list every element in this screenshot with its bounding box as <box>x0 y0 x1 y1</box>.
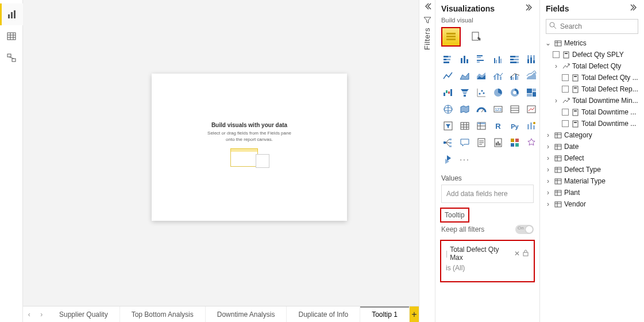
report-canvas[interactable]: Build visuals with your data Select or d… <box>23 0 419 306</box>
svg-rect-27 <box>494 58 495 63</box>
collapse-viz-icon[interactable] <box>526 3 534 13</box>
viz-narrative[interactable] <box>475 136 488 150</box>
tab-duplicate-info[interactable]: Duplicate of Info <box>287 306 360 322</box>
viz-100-stacked-column[interactable] <box>525 52 538 66</box>
model-view-button[interactable] <box>0 47 23 69</box>
svg-rect-26 <box>477 62 480 63</box>
field-total-defect-qty[interactable]: › Total Defect Qty <box>543 60 641 72</box>
viz-paginated[interactable] <box>491 136 505 150</box>
svg-rect-66 <box>527 94 532 97</box>
viz-100-stacked-bar[interactable] <box>508 52 522 66</box>
expand-filters-icon[interactable] <box>423 2 431 14</box>
svg-rect-121 <box>574 76 577 77</box>
svg-rect-131 <box>555 144 561 150</box>
viz-donut[interactable] <box>508 86 522 99</box>
table-plant[interactable]: ›Plant <box>543 187 641 198</box>
viz-filled-map[interactable] <box>458 102 472 116</box>
viz-stacked-column[interactable] <box>458 52 472 66</box>
fields-pane: Fields ⌄ Metrics Defect Qty SPLY <box>539 0 644 322</box>
svg-rect-96 <box>449 145 452 147</box>
viz-table[interactable] <box>458 119 472 133</box>
report-page[interactable]: Build visuals with your data Select or d… <box>152 74 347 221</box>
fields-search-input[interactable] <box>546 19 638 34</box>
viz-area[interactable] <box>458 69 472 83</box>
table-defect[interactable]: ›Defect <box>543 152 641 164</box>
viz-map[interactable] <box>441 102 455 116</box>
table-category[interactable]: ›Category <box>543 129 641 141</box>
svg-rect-11 <box>446 33 456 34</box>
tab-add-page[interactable]: + <box>410 306 419 322</box>
values-dropzone[interactable]: Add data fields here <box>441 185 534 203</box>
viz-multi-card[interactable] <box>508 102 522 116</box>
keep-all-filters-toggle[interactable]: On <box>515 225 534 234</box>
table-material-type[interactable]: ›Material Type <box>543 175 641 187</box>
svg-rect-0 <box>8 14 10 18</box>
viz-line-stacked-column[interactable] <box>491 69 505 83</box>
viz-kpi[interactable] <box>525 102 538 116</box>
build-visual-tab[interactable] <box>441 27 461 47</box>
viz-treemap[interactable] <box>525 86 538 99</box>
remove-field-icon[interactable]: ✕ <box>514 250 520 258</box>
tooltip-field-card[interactable]: | Total Defect Qty Max ✕ is (All) <box>440 240 535 282</box>
tab-top-bottom[interactable]: Top Bottom Analysis <box>120 306 206 322</box>
svg-rect-30 <box>500 59 502 63</box>
table-date[interactable]: ›Date <box>543 141 641 152</box>
checkbox[interactable] <box>562 86 569 93</box>
svg-rect-64 <box>533 89 536 91</box>
checkbox[interactable] <box>562 109 569 116</box>
filters-pane-collapsed[interactable]: Filters <box>419 0 435 322</box>
tab-supplier-quality[interactable]: Supplier Quality <box>48 306 120 322</box>
tab-scroll-right[interactable]: › <box>35 306 47 322</box>
viz-waterfall[interactable] <box>441 86 455 99</box>
measure-icon <box>571 120 579 128</box>
viz-python[interactable]: Py <box>508 119 522 133</box>
viz-scatter[interactable] <box>475 86 488 99</box>
checkbox[interactable] <box>562 120 569 127</box>
values-section-label: Values <box>435 171 539 185</box>
viz-stacked-bar[interactable] <box>441 52 455 66</box>
viz-clustered-column[interactable] <box>491 52 505 66</box>
viz-line-clustered-column[interactable] <box>508 69 522 83</box>
tab-tooltip-1[interactable]: Tooltip 1 <box>360 306 410 322</box>
field-defect-qty-sply[interactable]: Defect Qty SPLY <box>543 49 641 60</box>
data-view-button[interactable] <box>0 25 23 47</box>
viz-get-more[interactable] <box>525 136 538 150</box>
viz-qa[interactable] <box>458 136 472 150</box>
viz-apps[interactable] <box>508 136 522 150</box>
collapse-fields-icon[interactable] <box>630 3 638 13</box>
field-total-downtime-child1[interactable]: Total Downtime ... <box>543 106 641 118</box>
report-view-button[interactable] <box>0 3 23 25</box>
viz-card[interactable]: 123 <box>491 102 505 116</box>
viz-slicer[interactable] <box>441 119 455 133</box>
field-total-defect-rep[interactable]: Total Defect Rep... <box>543 83 641 95</box>
tab-scroll-left[interactable]: ‹ <box>23 306 35 322</box>
field-total-downtime-child2[interactable]: Total Downtime ... <box>543 118 641 129</box>
svg-rect-123 <box>574 87 577 89</box>
viz-funnel[interactable] <box>458 86 472 99</box>
field-label: Defect Qty SPLY <box>572 51 624 59</box>
viz-pie[interactable] <box>491 86 505 99</box>
table-vendor[interactable]: ›Vendor <box>543 198 641 210</box>
field-total-downtime-min[interactable]: › Total Downtime Min... <box>543 95 641 106</box>
viz-line[interactable] <box>441 69 455 83</box>
checkbox[interactable] <box>562 74 569 81</box>
lock-icon[interactable] <box>522 250 529 258</box>
field-total-defect-qty-child1[interactable]: Total Defect Qty ... <box>543 72 641 83</box>
viz-key-influencers[interactable] <box>525 119 538 133</box>
viz-decomposition[interactable] <box>441 136 455 150</box>
tab-downtime[interactable]: Downtime Analysis <box>206 306 287 322</box>
viz-ribbon[interactable] <box>525 69 538 83</box>
viz-clustered-bar[interactable] <box>475 52 488 66</box>
viz-gauge[interactable] <box>475 102 488 116</box>
table-defect-type[interactable]: ›Defect Type <box>543 164 641 175</box>
viz-r[interactable]: R <box>491 119 505 133</box>
svg-line-70 <box>481 109 484 112</box>
viz-more[interactable]: ··· <box>458 152 472 166</box>
viz-azure-map[interactable] <box>441 152 455 166</box>
viz-stacked-area[interactable] <box>475 69 488 83</box>
viz-matrix[interactable] <box>475 119 488 133</box>
checkbox[interactable] <box>553 51 560 58</box>
table-label: Material Type <box>564 177 606 185</box>
format-visual-tab[interactable] <box>466 27 486 47</box>
table-metrics[interactable]: ⌄ Metrics <box>543 37 641 49</box>
